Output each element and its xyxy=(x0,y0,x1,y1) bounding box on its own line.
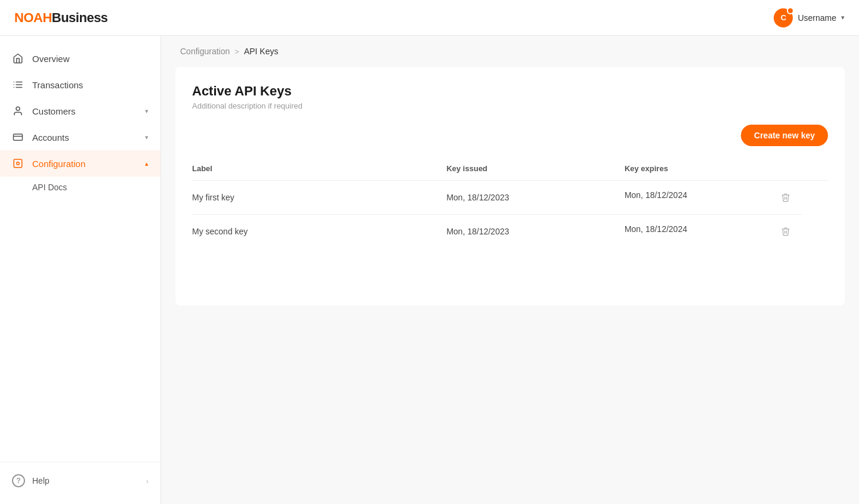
chevron-up-icon: ▴ xyxy=(145,160,149,168)
key-issued-cell: Mon, 18/12/2023 xyxy=(446,181,624,215)
person-icon xyxy=(12,105,24,117)
svg-point-6 xyxy=(16,107,20,110)
breadcrumb-current: API Keys xyxy=(244,47,279,56)
api-keys-table: Label Key issued Key expires My first ke… xyxy=(192,158,828,248)
sidebar-item-customers-label: Customers xyxy=(32,106,137,116)
sidebar-item-accounts[interactable]: Accounts ▾ xyxy=(0,124,160,150)
sidebar-item-configuration-label: Configuration xyxy=(32,159,137,169)
avatar: C xyxy=(774,8,793,27)
key-expires-cell: Mon, 18/12/2024 xyxy=(625,181,802,215)
sidebar-item-customers[interactable]: Customers ▾ xyxy=(0,98,160,124)
help-label: Help xyxy=(32,476,50,486)
svg-rect-7 xyxy=(14,134,23,141)
settings-icon xyxy=(12,157,24,169)
page-description: Additional description if required xyxy=(192,101,828,110)
table-row: My first key Mon, 18/12/2023 Mon, 18/12/… xyxy=(192,181,828,215)
chevron-down-icon: ▾ xyxy=(841,14,845,21)
create-new-key-button[interactable]: Create new key xyxy=(741,125,828,146)
page-card: Active API Keys Additional description i… xyxy=(175,67,845,305)
key-expires-cell: Mon, 18/12/2024 xyxy=(625,215,802,249)
sidebar-item-transactions-label: Transactions xyxy=(32,80,149,90)
page-title: Active API Keys xyxy=(192,84,828,99)
delete-key-button[interactable] xyxy=(776,224,795,239)
key-label-cell: My first key xyxy=(192,181,446,215)
delete-key-button[interactable] xyxy=(776,190,795,205)
col-header-label: Label xyxy=(192,158,446,181)
sidebar-item-api-docs-label: API Docs xyxy=(32,183,67,192)
help-icon: ? xyxy=(12,474,25,487)
table-row: My second key Mon, 18/12/2023 Mon, 18/12… xyxy=(192,215,828,249)
help-chevron-icon: › xyxy=(146,477,149,486)
user-menu[interactable]: C Username ▾ xyxy=(774,8,845,27)
logo-noah: NOAH xyxy=(14,10,52,26)
svg-point-10 xyxy=(17,162,20,165)
list-icon xyxy=(12,79,24,91)
home-icon xyxy=(12,52,24,64)
sidebar-item-transactions[interactable]: Transactions xyxy=(0,72,160,98)
svg-rect-9 xyxy=(14,159,22,168)
breadcrumb-separator: > xyxy=(234,47,239,56)
logo: NOAH Business xyxy=(14,10,108,26)
sidebar: Overview Transactions Customers ▾ xyxy=(0,36,161,504)
key-label-cell: My second key xyxy=(192,215,446,249)
sidebar-item-accounts-label: Accounts xyxy=(32,132,137,143)
create-button-row: Create new key xyxy=(192,125,828,146)
breadcrumb-parent: Configuration xyxy=(180,47,230,56)
sidebar-item-overview[interactable]: Overview xyxy=(0,45,160,72)
wallet-icon xyxy=(12,131,24,143)
sidebar-item-configuration[interactable]: Configuration ▴ xyxy=(0,150,160,177)
col-header-issued: Key issued xyxy=(446,158,624,181)
sidebar-item-api-docs[interactable]: API Docs xyxy=(0,177,160,198)
content-area: Configuration > API Keys Active API Keys… xyxy=(161,36,859,504)
username-label: Username xyxy=(798,13,836,23)
topbar: NOAH Business C Username ▾ xyxy=(0,0,859,36)
key-issued-cell: Mon, 18/12/2023 xyxy=(446,215,624,249)
col-header-expires: Key expires xyxy=(625,158,802,181)
sidebar-item-overview-label: Overview xyxy=(32,54,149,64)
chevron-down-icon: ▾ xyxy=(145,134,149,141)
help-item[interactable]: ? Help › xyxy=(0,467,160,494)
chevron-down-icon: ▾ xyxy=(145,107,149,115)
main-layout: Overview Transactions Customers ▾ xyxy=(0,36,859,504)
sidebar-bottom: ? Help › xyxy=(0,462,160,494)
logo-business: Business xyxy=(52,10,108,26)
breadcrumb: Configuration > API Keys xyxy=(161,36,859,67)
col-header-action xyxy=(802,158,828,181)
